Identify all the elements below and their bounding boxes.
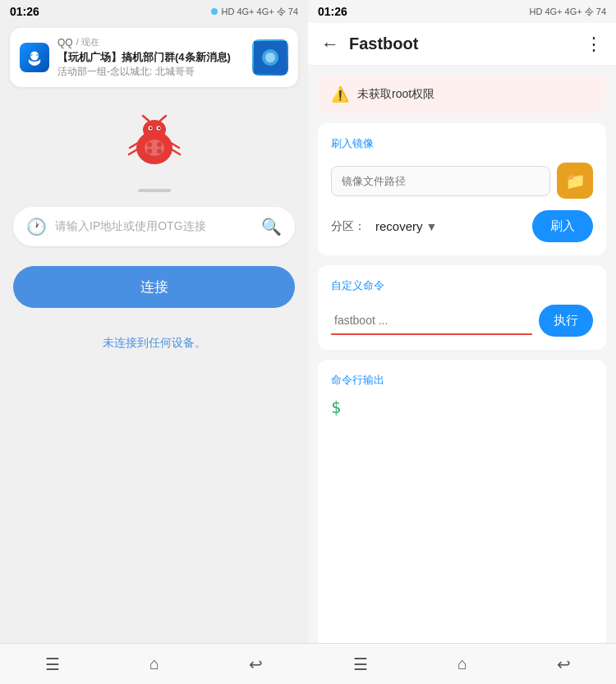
notif-msg-sub: 活动部一组-念以城北: 北城哥哥 (57, 65, 244, 79)
bottom-nav-left: ☰ ⌂ ↩ (0, 643, 308, 684)
svg-point-5 (265, 53, 275, 62)
time-right: 01:26 (318, 5, 347, 18)
more-button[interactable]: ⋮ (585, 34, 603, 55)
partition-value: recovery (375, 219, 423, 233)
partition-label: 分区： (331, 219, 365, 234)
back-button[interactable]: ← (321, 34, 339, 55)
cmd-row: 执行 (331, 305, 593, 337)
folder-button[interactable]: 📁 (557, 163, 593, 199)
exec-button[interactable]: 执行 (539, 305, 593, 337)
warning-banner: ⚠️ 未获取root权限 (318, 76, 606, 113)
status-bar-left: 01:26 HD 4G+ 4G+ 令 74 (0, 0, 308, 23)
menu-icon-right[interactable]: ☰ (353, 654, 368, 674)
flash-image-card: 刷入镜像 📁 分区： recovery ▼ 刷入 (318, 123, 606, 255)
signal-text-right: HD 4G+ 4G+ 令 74 (529, 6, 606, 18)
time-left: 01:26 (10, 5, 39, 18)
back-icon-left[interactable]: ↩ (249, 654, 263, 674)
flash-image-label: 刷入镜像 (331, 136, 593, 151)
status-icons-right: HD 4G+ 4G+ 令 74 (529, 6, 606, 18)
back-icon-right[interactable]: ↩ (557, 654, 571, 674)
notif-app-name: QQ (57, 37, 73, 48)
svg-point-1 (31, 54, 33, 56)
qq-avatar (20, 43, 49, 72)
svg-point-2 (37, 54, 39, 56)
app-header: ← Fastboot ⋮ (308, 23, 616, 66)
notif-time: / 现在 (76, 36, 99, 48)
notification-card[interactable]: QQ / 现在 【玩机广场】搞机部门群(4条新消息) 活动部一组-念以城北: 北… (10, 28, 298, 87)
content-area: ⚠️ 未获取root权限 刷入镜像 📁 分区： recovery ▼ 刷入 (308, 66, 616, 684)
search-icon[interactable]: 🔍 (261, 217, 282, 236)
svg-point-22 (157, 149, 162, 154)
command-input[interactable] (331, 307, 532, 335)
status-bar-right: 01:26 HD 4G+ 4G+ 令 74 (308, 0, 616, 23)
svg-point-10 (149, 127, 151, 129)
chevron-down-icon: ▼ (426, 220, 438, 233)
notif-title-row: QQ / 现在 (57, 36, 244, 48)
notif-thumb (252, 39, 288, 76)
svg-line-13 (160, 116, 166, 121)
svg-point-7 (143, 120, 166, 140)
output-dollar: $ (331, 397, 341, 417)
connect-button[interactable]: 连接 (13, 266, 295, 308)
clock-icon: 🕐 (26, 217, 47, 236)
bottom-nav-right: ☰ ⌂ ↩ (308, 643, 616, 684)
partition-selector[interactable]: recovery ▼ (375, 219, 437, 233)
right-panel: 01:26 HD 4G+ 4G+ 令 74 ← Fastboot ⋮ ⚠️ 未获… (308, 0, 616, 684)
home-icon-left[interactable]: ⌂ (149, 654, 159, 673)
connection-status: 未连接到任何设备。 (0, 336, 308, 351)
scroll-indicator (0, 189, 308, 192)
warning-icon: ⚠️ (331, 85, 349, 103)
notif-content: QQ / 现在 【玩机广场】搞机部门群(4条新消息) 活动部一组-念以城北: 北… (57, 36, 244, 79)
status-icons-left: HD 4G+ 4G+ 令 74 (211, 6, 298, 18)
svg-point-19 (147, 142, 152, 147)
output-label: 命令行输出 (331, 373, 593, 388)
svg-line-15 (129, 149, 137, 154)
android-bug-icon (122, 108, 187, 174)
left-panel: 01:26 HD 4G+ 4G+ 令 74 QQ / 现在 【玩机广场】搞机部门… (0, 0, 308, 684)
svg-point-11 (158, 127, 159, 129)
android-icon-area (0, 108, 308, 174)
svg-line-12 (143, 116, 149, 121)
menu-icon-left[interactable]: ☰ (45, 654, 60, 674)
svg-line-17 (172, 149, 180, 154)
flash-button[interactable]: 刷入 (532, 210, 593, 242)
ip-input-placeholder[interactable]: 请输入IP地址或使用OTG连接 (55, 218, 253, 235)
svg-point-18 (145, 140, 164, 156)
scroll-bar (138, 189, 171, 192)
app-title: Fastboot (349, 34, 575, 53)
partition-row: 分区： recovery ▼ 刷入 (331, 210, 593, 242)
file-path-input[interactable] (331, 166, 550, 196)
warning-text: 未获取root权限 (357, 87, 434, 102)
custom-cmd-label: 自定义命令 (331, 278, 593, 293)
svg-point-20 (157, 142, 162, 147)
file-row: 📁 (331, 163, 593, 199)
status-dot (211, 8, 218, 15)
ip-input-area[interactable]: 🕐 请输入IP地址或使用OTG连接 🔍 (13, 207, 295, 246)
home-icon-right[interactable]: ⌂ (457, 654, 467, 673)
folder-icon: 📁 (565, 171, 586, 191)
svg-point-21 (147, 149, 152, 154)
output-card: 命令行输出 $ (318, 360, 606, 674)
custom-cmd-card: 自定义命令 执行 (318, 265, 606, 350)
notif-msg-title: 【玩机广场】搞机部门群(4条新消息) (57, 50, 244, 65)
signal-text-left: HD 4G+ 4G+ 令 74 (221, 6, 298, 18)
